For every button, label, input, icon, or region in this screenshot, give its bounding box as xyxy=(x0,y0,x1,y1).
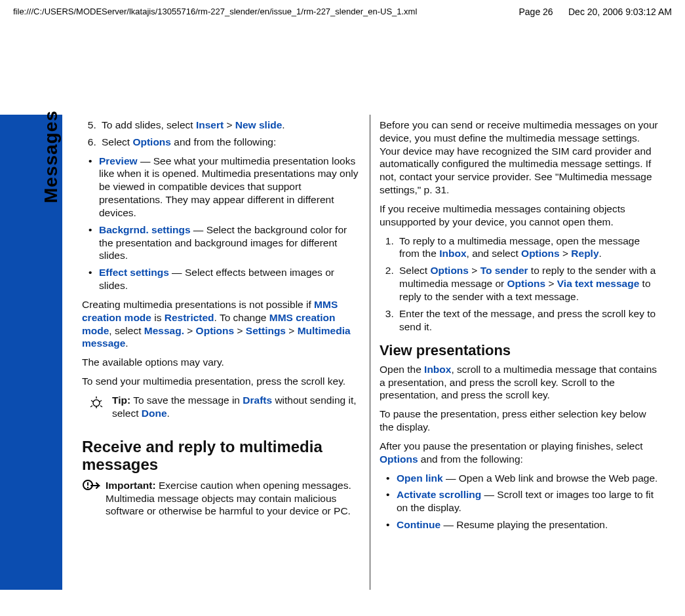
para-vary: The available options may vary. xyxy=(82,356,363,369)
option-effect: Effect settings — Select effects between… xyxy=(88,266,363,292)
tip-text: Tip: To save the message in Drafts witho… xyxy=(112,394,363,420)
option-preview: Preview — See what your multimedia prese… xyxy=(88,155,363,220)
kw-reply: Reply xyxy=(571,248,598,259)
kw-done: Done xyxy=(142,408,167,419)
options-list: Preview — See what your multimedia prese… xyxy=(82,155,363,292)
reply-steps: To reply to a multimedia message, open t… xyxy=(380,235,661,334)
right-column: Before you can send or receive multimedi… xyxy=(370,115,669,590)
section-tab-label: Messages xyxy=(41,110,62,203)
kw-options-r: Options xyxy=(521,248,560,259)
kw-settings: Settings xyxy=(246,325,286,336)
kw-preview: Preview xyxy=(99,155,138,166)
para-open-pres: Open the Inbox, scroll to a multimedia m… xyxy=(380,363,661,402)
kw-to-sender: To sender xyxy=(480,265,528,276)
kw-options-r2: Options xyxy=(430,265,469,276)
kw-activate-scrolling: Activate scrolling xyxy=(397,489,481,500)
svg-line-3 xyxy=(100,400,102,402)
option-continue: Continue — Resume playing the presentati… xyxy=(386,518,661,531)
content: To add slides, select Insert > New slide… xyxy=(62,115,669,590)
steps-list: To add slides, select Insert > New slide… xyxy=(82,119,363,149)
para-after-pause: After you pause the presentation or play… xyxy=(380,440,661,466)
svg-line-4 xyxy=(90,406,92,407)
kw-backgrnd: Backgrnd. settings xyxy=(99,224,191,235)
kw-restricted: Restricted xyxy=(165,312,214,323)
kw-messag: Messag. xyxy=(144,325,184,336)
svg-line-5 xyxy=(100,406,102,407)
kw-options-r3: Options xyxy=(507,278,546,289)
svg-line-2 xyxy=(91,400,93,402)
step-6: Select Options and from the following: xyxy=(99,136,363,149)
after-options-list: Open link — Open a Web link and browse t… xyxy=(380,472,661,531)
print-header: file:///C:/USERS/MODEServer/lkatajis/130… xyxy=(13,7,672,17)
reply-step-2: Select Options > To sender to reply to t… xyxy=(397,264,661,303)
reply-step-1: To reply to a multimedia message, open t… xyxy=(397,235,661,261)
tip-label: Tip: xyxy=(112,395,130,406)
kw-inbox-2: Inbox xyxy=(424,364,451,375)
kw-options: Options xyxy=(132,136,171,147)
print-datetime: Dec 20, 2006 9:03:12 AM xyxy=(568,7,672,17)
kw-options-r4: Options xyxy=(380,453,418,465)
important: Important: Exercise caution when opening… xyxy=(82,479,363,524)
para-restricted: Creating multimedia presentations is not… xyxy=(82,298,363,350)
kw-open-link: Open link xyxy=(397,472,443,484)
heading-receive-reply: Receive and reply to multimedia messages xyxy=(82,438,363,474)
para-before-send: Before you can send or receive multimedi… xyxy=(380,119,661,197)
svg-point-0 xyxy=(93,400,100,406)
kw-new-slide: New slide xyxy=(235,119,283,130)
para-unsupported: If you receive multimedia messages conta… xyxy=(380,202,661,229)
important-label: Important: xyxy=(106,480,156,491)
important-text: Important: Exercise caution when opening… xyxy=(106,479,363,518)
option-backgrnd: Backgrnd. settings — Select the backgrou… xyxy=(88,223,363,262)
kw-via-text: Via text message xyxy=(557,278,640,289)
option-open-link: Open link — Open a Web link and browse t… xyxy=(386,472,661,485)
kw-effect: Effect settings xyxy=(99,267,169,278)
tip-icon xyxy=(88,394,104,410)
kw-continue: Continue xyxy=(397,519,440,530)
page-indicator: Page 26 xyxy=(519,7,553,17)
tip: Tip: To save the message in Drafts witho… xyxy=(88,394,363,426)
kw-insert: Insert xyxy=(196,119,224,130)
para-pause: To pause the presentation, press either … xyxy=(380,408,661,434)
left-column: To add slides, select Insert > New slide… xyxy=(62,115,370,590)
file-path: file:///C:/USERS/MODEServer/lkatajis/130… xyxy=(13,7,417,17)
svg-point-8 xyxy=(87,487,88,488)
important-icon xyxy=(82,479,100,493)
kw-inbox: Inbox xyxy=(439,248,466,259)
heading-view-presentations: View presentations xyxy=(380,342,661,358)
reply-step-3: Enter the text of the message, and press… xyxy=(397,307,661,334)
kw-drafts: Drafts xyxy=(243,395,272,406)
kw-options-2: Options xyxy=(196,325,235,336)
step-5: To add slides, select Insert > New slide… xyxy=(99,119,363,132)
para-send: To send your multimedia presentation, pr… xyxy=(82,375,363,388)
option-activate-scrolling: Activate scrolling — Scroll text or imag… xyxy=(386,488,661,514)
